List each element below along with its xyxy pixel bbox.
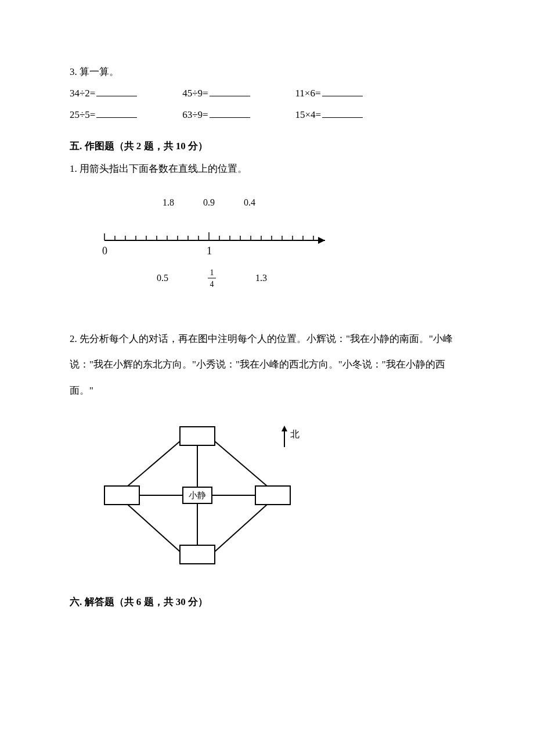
axis-label-1: 1 — [207, 245, 212, 257]
box-bottom[interactable] — [180, 545, 215, 564]
s5q2-text: 2. 先分析每个人的对话，再在图中注明每个人的位置。小辉说："我在小静的南面。"… — [70, 326, 464, 404]
box-top[interactable] — [180, 427, 215, 445]
bottom-label-3: 1.3 — [255, 273, 267, 283]
top-label-1: 1.8 — [163, 197, 174, 207]
q3-prompt: 3. 算一算。 — [70, 64, 464, 80]
question-3: 3. 算一算。 34÷2= 45÷9= 11×6= 25÷5= 63÷9= 15… — [70, 64, 464, 123]
q3-eq-1c: 11×6= — [295, 85, 406, 101]
center-label: 小静 — [189, 491, 206, 500]
fraction-den: 4 — [210, 280, 214, 289]
box-right[interactable] — [255, 486, 290, 505]
top-label-2: 0.9 — [203, 197, 215, 207]
north-label: 北 — [290, 429, 300, 439]
svg-marker-25 — [282, 426, 287, 431]
number-line-figure: 1.8 0.9 0.4 — [93, 194, 464, 309]
eq-text: 45÷9= — [182, 88, 208, 99]
section5-q1: 1. 用箭头指出下面各数在直线上的位置。 1.8 0.9 0.4 — [70, 161, 464, 309]
q3-eq-2a: 25÷5= — [70, 107, 180, 123]
top-label-3: 0.4 — [244, 197, 255, 207]
q3-eq-2c: 15×4= — [295, 107, 406, 123]
section-5-heading: 五. 作图题（共 2 题，共 10 分） — [70, 138, 464, 154]
number-line-svg: 1.8 0.9 0.4 — [93, 194, 337, 304]
svg-line-29 — [215, 505, 267, 552]
number-line-axis — [104, 232, 325, 244]
q3-eq-1b: 45÷9= — [182, 85, 293, 101]
q3-row-2: 25÷5= 63÷9= 15×4= — [70, 107, 464, 123]
direction-diagram-svg: 北 小静 — [93, 421, 337, 572]
bottom-label-1: 0.5 — [157, 273, 168, 283]
svg-line-28 — [128, 505, 180, 552]
q3-eq-1a: 34÷2= — [70, 85, 180, 101]
q3-row-1: 34÷2= 45÷9= 11×6= — [70, 85, 464, 101]
axis-label-0: 0 — [102, 245, 107, 257]
section5-q2: 2. 先分析每个人的对话，再在图中注明每个人的位置。小辉说："我在小静的南面。"… — [70, 326, 464, 577]
answer-blank[interactable] — [322, 86, 363, 96]
eq-text: 11×6= — [295, 88, 321, 99]
eq-text: 63÷9= — [182, 109, 208, 120]
svg-marker-1 — [318, 237, 325, 244]
box-left[interactable] — [104, 486, 139, 505]
eq-text: 25÷5= — [70, 109, 95, 120]
answer-blank[interactable] — [96, 107, 137, 118]
answer-blank[interactable] — [210, 107, 250, 118]
direction-diagram-figure: 北 小静 — [93, 421, 464, 577]
eq-text: 15×4= — [295, 109, 322, 120]
svg-line-26 — [128, 441, 180, 486]
s5q1-prompt: 1. 用箭头指出下面各数在直线上的位置。 — [70, 161, 464, 177]
bottom-label-2-fraction: 1 4 — [208, 268, 216, 289]
q3-eq-2b: 63÷9= — [182, 107, 293, 123]
answer-blank[interactable] — [96, 86, 137, 96]
answer-blank[interactable] — [322, 107, 363, 118]
answer-blank[interactable] — [210, 86, 250, 96]
section-6-heading: 六. 解答题（共 6 题，共 30 分） — [70, 594, 464, 610]
north-indicator: 北 — [282, 426, 300, 447]
eq-text: 34÷2= — [70, 88, 95, 99]
svg-line-27 — [215, 441, 267, 486]
fraction-num: 1 — [210, 268, 214, 277]
